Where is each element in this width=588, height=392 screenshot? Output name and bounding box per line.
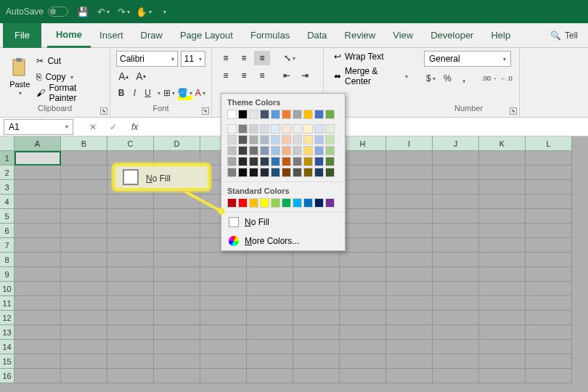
name-box[interactable]: A1▾ [4,119,73,135]
cell[interactable] [433,209,479,224]
cell[interactable] [526,296,572,311]
cell[interactable] [479,224,526,238]
cut-button[interactable]: ✂Cut [36,54,104,68]
cell[interactable] [247,282,293,296]
tab-review[interactable]: Review [336,23,385,48]
decrease-decimal-button[interactable]: ←.0 [499,71,513,86]
cell[interactable] [61,282,107,296]
color-swatch[interactable] [271,157,280,166]
row-header[interactable]: 6 [0,224,15,238]
cell[interactable] [293,369,340,383]
cell[interactable] [479,151,526,166]
cell[interactable] [340,311,386,325]
cell[interactable] [154,369,200,383]
cell[interactable] [200,354,247,369]
cell[interactable] [340,253,386,267]
font-size-select[interactable]: 11▾ [181,51,205,67]
align-top-button[interactable]: ≡ [218,51,234,65]
cell[interactable] [386,180,433,195]
color-swatch[interactable] [238,168,248,177]
cell[interactable] [154,253,200,267]
cell[interactable] [61,325,107,340]
color-swatch[interactable] [303,168,313,177]
cell[interactable] [15,224,61,238]
cell[interactable] [479,195,526,209]
cell[interactable] [433,180,479,195]
cell[interactable] [61,195,107,209]
cell[interactable] [61,224,107,238]
color-swatch[interactable] [260,110,269,119]
color-swatch[interactable] [238,198,248,208]
color-swatch[interactable] [282,157,291,166]
color-swatch[interactable] [238,157,248,166]
cell[interactable] [15,282,61,296]
cell[interactable] [386,296,433,311]
cell[interactable] [526,209,572,224]
align-middle-button[interactable]: ≡ [236,51,252,65]
comma-button[interactable]: , [457,71,471,86]
color-swatch[interactable] [325,110,335,119]
color-swatch[interactable] [314,157,324,166]
cell[interactable] [433,354,479,369]
cell[interactable] [340,238,386,253]
color-swatch[interactable] [260,124,269,134]
cell[interactable] [200,282,247,296]
align-left-button[interactable]: ≡ [218,68,234,83]
cell[interactable] [526,224,572,238]
cell[interactable] [200,311,247,325]
cell[interactable] [293,267,340,282]
color-swatch[interactable] [249,198,258,208]
paste-button[interactable]: Paste ▾ [6,51,33,104]
color-swatch[interactable] [282,110,291,119]
row-header[interactable]: 2 [0,166,15,180]
cell[interactable] [15,166,61,180]
bold-button[interactable]: B [116,86,126,100]
no-fill-item[interactable]: No Fill [221,212,345,232]
color-swatch[interactable] [293,110,302,119]
cell[interactable] [526,253,572,267]
cell[interactable] [433,238,479,253]
tab-draw[interactable]: Draw [132,23,171,48]
align-center-button[interactable]: ≡ [236,68,252,83]
cell[interactable] [107,354,154,369]
qat-customize-icon[interactable]: ▾ [158,6,170,17]
borders-button[interactable]: ⊞▾ [163,86,175,100]
color-swatch[interactable] [271,135,280,144]
cell[interactable] [200,340,247,354]
percent-button[interactable]: % [441,71,454,86]
cell[interactable] [433,166,479,180]
cell[interactable] [433,369,479,383]
row-header[interactable]: 11 [0,296,15,311]
cell[interactable] [526,340,572,354]
cell[interactable] [154,282,200,296]
row-header[interactable]: 5 [0,209,15,224]
increase-font-button[interactable]: A▴ [116,69,131,83]
cell[interactable] [386,166,433,180]
cell[interactable] [15,325,61,340]
cell[interactable] [340,224,386,238]
cell[interactable] [61,151,107,166]
clipboard-expand-icon[interactable]: ⬊ [100,107,107,115]
tab-file[interactable]: File [3,23,41,48]
color-swatch[interactable] [238,135,248,144]
cell[interactable] [526,354,572,369]
cell[interactable] [386,253,433,267]
cell[interactable] [154,325,200,340]
color-swatch[interactable] [227,168,237,177]
color-swatch[interactable] [260,198,269,208]
decrease-indent-button[interactable]: ⇤ [279,68,295,83]
color-swatch[interactable] [260,168,269,177]
cell[interactable] [340,180,386,195]
cell[interactable] [386,282,433,296]
cell[interactable] [200,369,247,383]
color-swatch[interactable] [303,110,313,119]
tab-home[interactable]: Home [47,23,91,48]
cell[interactable] [340,267,386,282]
cell[interactable] [154,340,200,354]
cell[interactable] [479,354,526,369]
cell[interactable] [107,311,154,325]
color-swatch[interactable] [325,146,335,155]
cell[interactable] [433,340,479,354]
color-swatch[interactable] [314,124,324,134]
color-swatch[interactable] [293,124,302,134]
